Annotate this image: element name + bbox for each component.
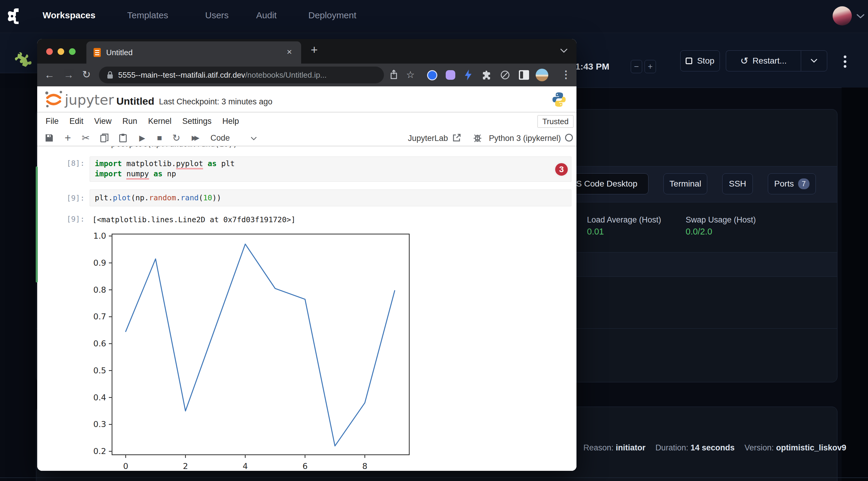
nav-item-templates[interactable]: Templates	[127, 10, 168, 21]
nav-item-audit[interactable]: Audit	[256, 10, 277, 21]
reload-button[interactable]: ↻	[82, 68, 91, 81]
address-bar[interactable]: 5555--main--test--matifali.atif.cdr.dev/…	[99, 67, 384, 83]
share-icon[interactable]	[390, 70, 398, 80]
svg-text:0.6: 0.6	[93, 339, 106, 348]
stop-icon	[686, 58, 692, 64]
svg-text:0.4: 0.4	[93, 393, 106, 402]
close-window-button[interactable]	[46, 48, 53, 55]
bookmark-star-icon[interactable]: ☆	[406, 69, 415, 81]
tab-close-icon[interactable]: ×	[287, 47, 292, 57]
tab-favicon	[94, 48, 101, 57]
profile-avatar[interactable]	[536, 69, 548, 81]
run-cell-icon[interactable]: ▶	[136, 130, 148, 146]
cell8-prompt: [8]:	[67, 159, 85, 168]
output-prompt: [9]:	[67, 215, 85, 223]
external-link-icon[interactable]	[453, 134, 461, 141]
maximize-window-button[interactable]	[69, 48, 75, 55]
menu-settings[interactable]: Settings	[182, 117, 212, 126]
svg-text:0.9: 0.9	[93, 258, 106, 267]
onepassword-icon[interactable]	[427, 70, 437, 81]
cut-cells-icon[interactable]: ✂	[80, 130, 92, 146]
svg-text:0.8: 0.8	[93, 285, 106, 294]
restart-options-button[interactable]	[801, 51, 827, 71]
browser-tab[interactable]: Untitled ×	[86, 41, 301, 64]
stop-button[interactable]: Stop	[680, 51, 720, 71]
chevron-down-icon	[811, 59, 817, 63]
jupyter-logo-icon	[44, 90, 63, 108]
menu-view[interactable]: View	[94, 117, 112, 126]
side-panel-icon[interactable]	[519, 70, 529, 80]
restart-kernel-icon[interactable]: ↻	[170, 130, 182, 146]
debugger-bug-icon[interactable]	[473, 133, 482, 142]
jupyter-toolbar: + ✂ ▶ ■ ↻ ▶▶ Code JupyterLab Python 3 (i…	[37, 130, 577, 146]
menu-file[interactable]: File	[45, 117, 59, 126]
svg-text:0.5: 0.5	[93, 366, 106, 375]
svg-text:0.3: 0.3	[93, 419, 106, 429]
output-text: [<matplotlib.lines.Line2D at 0x7fd03f191…	[92, 215, 296, 225]
back-button[interactable]: ←	[44, 69, 55, 81]
left-content-area	[0, 73, 37, 88]
swap-usage-label: Swap Usage (Host)	[686, 215, 756, 225]
restart-run-all-icon[interactable]: ▶▶	[188, 130, 201, 146]
reason-label: Reason:	[583, 443, 614, 452]
interrupt-kernel-icon[interactable]: ■	[154, 130, 165, 146]
clipped-cell-sliver: plt.plot(np.random.rand(10))	[111, 146, 303, 149]
insert-cell-icon[interactable]: +	[62, 130, 74, 146]
notification-badge[interactable]: 3	[554, 162, 569, 177]
speed-icon[interactable]	[500, 70, 510, 80]
menu-run[interactable]: Run	[122, 117, 137, 126]
jupyter-page: jupyter Untitled Last Checkpoint: 3 minu…	[37, 86, 577, 471]
copy-cells-icon[interactable]	[98, 130, 111, 146]
zoom-out-button[interactable]: −	[631, 60, 642, 73]
zoom-in-button[interactable]: +	[645, 60, 656, 73]
minimize-window-button[interactable]	[58, 48, 64, 55]
new-tab-button[interactable]: +	[311, 43, 318, 57]
coder-logo-icon[interactable]	[6, 8, 20, 25]
svg-text:8: 8	[362, 461, 367, 471]
forward-button[interactable]: →	[64, 69, 74, 81]
extensions-puzzle-icon[interactable]	[482, 70, 491, 80]
browser-tabstrip: Untitled × +	[37, 39, 577, 64]
trusted-button[interactable]: Trusted	[537, 115, 574, 128]
notebook-title[interactable]: Untitled	[116, 95, 154, 107]
workspace-kebab-menu[interactable]	[843, 53, 847, 70]
ports-button[interactable]: Ports 7	[768, 173, 816, 194]
bolt-icon[interactable]	[464, 70, 472, 81]
cell9-input[interactable]: plt.plot(np.random.rand(10))	[90, 190, 571, 206]
terminal-button[interactable]: Terminal	[663, 173, 707, 194]
kernel-status-icon	[565, 134, 573, 141]
user-avatar[interactable]	[833, 6, 852, 26]
user-menu-chevron-icon[interactable]	[857, 14, 864, 19]
paste-cells-icon[interactable]	[117, 130, 129, 146]
browser-toolbar: ← → ↻ 5555--main--test--matifali.atif.cd…	[37, 64, 577, 86]
github-cat-icon[interactable]	[446, 70, 455, 80]
menu-edit[interactable]: Edit	[70, 117, 84, 126]
url-path: /notebooks/Untitled.ip...	[245, 70, 327, 80]
swap-usage-value: 0.0/2.0	[686, 227, 712, 236]
save-icon[interactable]	[43, 130, 55, 146]
cell-type-chevron-icon[interactable]	[251, 137, 257, 140]
extension-puzzle-icon[interactable]	[12, 52, 29, 70]
nav-item-deployment[interactable]: Deployment	[308, 10, 356, 21]
menu-kernel[interactable]: Kernel	[148, 117, 172, 126]
cell9-prompt: [9]:	[67, 194, 85, 202]
version-label: Version:	[744, 443, 774, 452]
tab-search-chevron-icon[interactable]	[560, 49, 567, 53]
menu-help[interactable]: Help	[222, 117, 239, 126]
nav-item-users[interactable]: Users	[205, 10, 228, 21]
restart-button[interactable]: ↺ Restart...	[726, 51, 801, 71]
python-logo-icon	[552, 92, 566, 107]
cell8-input[interactable]: import matplotlib.pyplot as plt import n…	[90, 157, 571, 182]
ssh-button[interactable]: SSH	[722, 173, 753, 194]
tab-title: Untitled	[106, 48, 132, 57]
build-info-row: Reason: initiator Duration: 14 seconds V…	[583, 443, 846, 452]
jupyterlab-link[interactable]: JupyterLab	[408, 134, 448, 143]
cell-type-select[interactable]: Code	[208, 130, 232, 146]
lock-icon	[107, 71, 113, 79]
checkpoint-status: Last Checkpoint: 3 minutes ago	[159, 97, 272, 106]
kernel-name[interactable]: Python 3 (ipykernel)	[489, 134, 561, 143]
browser-kebab-menu[interactable]: ⋮	[561, 68, 571, 81]
ports-count-badge: 7	[798, 179, 809, 189]
svg-text:2: 2	[183, 461, 188, 471]
nav-item-workspaces[interactable]: Workspaces	[42, 10, 95, 21]
